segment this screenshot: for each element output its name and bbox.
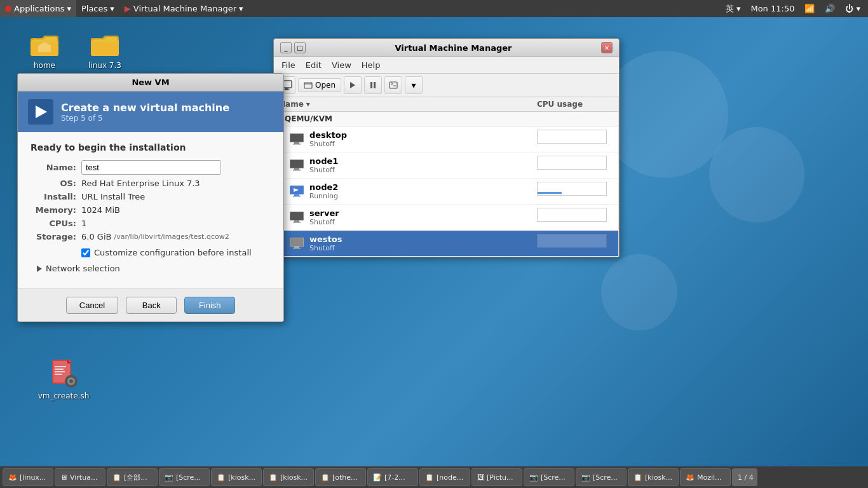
cpu-bar-desktop xyxy=(537,130,607,144)
vmm-window: _ □ Virtual Machine Manager ✕ File Edit … xyxy=(273,38,620,257)
vm-item-node2[interactable]: node2 Running xyxy=(274,179,618,205)
os-label: OS: xyxy=(31,179,81,188)
svg-rect-19 xyxy=(370,82,372,88)
gnome-icon xyxy=(5,6,11,12)
svg-marker-13 xyxy=(36,105,47,118)
vm-monitor-icon-node1 xyxy=(289,159,304,172)
name-input[interactable] xyxy=(81,160,221,175)
places-menu[interactable]: Places ▾ xyxy=(76,0,119,17)
taskbar-item-all[interactable]: 📋 [全部... xyxy=(107,468,158,486)
name-label: Name: xyxy=(31,163,81,172)
newvm-title: New VM xyxy=(132,78,169,87)
desktop-icon-home[interactable]: home xyxy=(19,25,70,72)
svg-rect-24 xyxy=(294,142,299,144)
applications-arrow: ▾ xyxy=(67,4,71,13)
play-icon xyxy=(31,102,51,122)
vm-item-desktop[interactable]: desktop Shutoff xyxy=(274,126,618,152)
svg-rect-25 xyxy=(293,144,301,145)
finish-button[interactable]: Finish xyxy=(184,297,235,314)
vm-status-desktop: Shutoff xyxy=(309,140,537,148)
close-button[interactable]: ✕ xyxy=(601,42,613,53)
taskbar-icon-kiosk2: 📋 xyxy=(269,473,278,482)
storage-path: /var/lib/libvirt/images/test.qcow2 xyxy=(114,233,229,241)
col-cpu[interactable]: CPU usage xyxy=(537,100,613,109)
taskbar-item-pictu[interactable]: 🖼 [Pictu... xyxy=(471,468,522,486)
menu-view[interactable]: View xyxy=(327,58,356,72)
taskbar-icon-all: 📋 xyxy=(112,473,121,482)
vm-item-node1[interactable]: node1 Shutoff xyxy=(274,152,618,179)
vmm-close-buttons: ✕ xyxy=(601,42,613,53)
col-name[interactable]: Name ▾ xyxy=(279,100,537,109)
locale-indicator[interactable]: 英 ▾ xyxy=(723,3,743,15)
panel-left: Applications ▾ Places ▾ ▶ Virtual Machin… xyxy=(0,0,248,17)
run-button[interactable] xyxy=(344,76,362,94)
back-button[interactable]: Back xyxy=(126,297,177,314)
vm-status-westos: Shutoff xyxy=(309,244,537,252)
vmm-icon: ▶ xyxy=(125,4,131,13)
vm-cpu-node1 xyxy=(537,156,613,175)
taskbar-label-kiosk2: [kiosk... xyxy=(280,473,308,482)
vm-info-node1: node1 Shutoff xyxy=(309,156,537,174)
taskbar-page-indicator[interactable]: 1 / 4 xyxy=(732,468,757,486)
taskbar-item-othe[interactable]: 📋 [othe... xyxy=(315,468,366,486)
vm-item-server[interactable]: server Shutoff xyxy=(274,205,618,231)
sound-icon[interactable]: 🔊 xyxy=(822,4,837,13)
open-button[interactable]: Open xyxy=(298,78,341,92)
pause-button[interactable] xyxy=(364,76,382,94)
vmm-menu: File Edit View Help xyxy=(274,57,619,74)
vmm-list: Name ▾ CPU usage ▾ QEMU/KVM xyxy=(274,97,619,257)
svg-rect-40 xyxy=(290,238,303,246)
taskbar-item-node[interactable]: 📋 [node... xyxy=(419,468,470,486)
top-panel: Applications ▾ Places ▾ ▶ Virtual Machin… xyxy=(0,0,868,17)
taskbar-item-scre3[interactable]: 📷 [Scre... xyxy=(576,468,627,486)
svg-rect-9 xyxy=(55,374,62,375)
taskbar-item-scre2[interactable]: 📷 [Scre... xyxy=(524,468,574,486)
svg-rect-17 xyxy=(304,83,312,88)
cpus-value: 1 xyxy=(81,219,86,228)
minimize-button[interactable]: _ xyxy=(280,42,292,53)
svg-rect-16 xyxy=(283,90,290,90)
taskbar-item-seven[interactable]: 📝 [7-2... xyxy=(367,468,418,486)
taskbar-item-kiosk3[interactable]: 📋 [kiosk... xyxy=(628,468,679,486)
desktop-icon-linux73[interactable]: linux 7.3 xyxy=(79,25,130,72)
os-field: OS: Red Hat Enterprise Linux 7.3 xyxy=(31,179,271,188)
power-menu[interactable]: ⏻ ▾ xyxy=(843,4,863,13)
desktop-icon-vm-create[interactable]: vm_create.sh xyxy=(38,356,89,403)
taskbar-item-mozil[interactable]: 🦊 Mozil... xyxy=(680,468,731,486)
console-button[interactable] xyxy=(384,76,402,94)
menu-edit[interactable]: Edit xyxy=(301,58,327,72)
taskbar-item-virtua[interactable]: 🖥 Virtua... xyxy=(55,468,105,486)
script-file-icon xyxy=(48,358,79,389)
vm-info-desktop: desktop Shutoff xyxy=(309,130,537,148)
menu-help[interactable]: Help xyxy=(356,58,386,72)
taskbar-item-scre1[interactable]: 📷 [Scre... xyxy=(159,468,210,486)
taskbar-item-kiosk2[interactable]: 📋 [kiosk... xyxy=(263,468,314,486)
taskbar-label-pictu: [Pictu... xyxy=(487,473,513,482)
customize-checkbox[interactable] xyxy=(81,248,90,257)
applications-menu[interactable]: Applications ▾ xyxy=(0,0,76,17)
clock[interactable]: Mon 11:50 xyxy=(748,4,797,13)
name-field: Name: xyxy=(31,160,271,175)
svg-rect-20 xyxy=(374,82,376,88)
vmm-title: Virtual Machine Manager xyxy=(306,43,601,53)
taskbar-label-firefox: [linux... xyxy=(20,473,46,482)
cancel-button[interactable]: Cancel xyxy=(66,297,118,314)
menu-file[interactable]: File xyxy=(276,58,301,72)
maximize-button[interactable]: □ xyxy=(294,42,306,53)
page-indicator-label: 1 / 4 xyxy=(738,473,754,482)
taskbar-icon-scre2: 📷 xyxy=(529,473,538,482)
qemu-kvm-group[interactable]: ▾ QEMU/KVM xyxy=(274,112,618,126)
taskbar-item-kiosk1[interactable]: 📋 [kiosk... xyxy=(211,468,262,486)
taskbar-label-mozil: Mozil... xyxy=(697,473,722,482)
dropdown-button[interactable]: ▾ xyxy=(405,76,423,94)
taskbar-label-scre2: [Scre... xyxy=(541,473,566,482)
taskbar-icon-firefox: 🦊 xyxy=(8,473,17,482)
vmm-win-buttons: _ □ xyxy=(280,42,306,53)
network-section[interactable]: Network selection xyxy=(37,264,271,273)
vm-item-westos[interactable]: westos Shutoff xyxy=(274,231,618,257)
network-icon[interactable]: 📶 xyxy=(802,4,817,13)
cpus-label: CPUs: xyxy=(31,219,81,228)
taskbar-item-firefox[interactable]: 🦊 [linux... xyxy=(3,468,53,486)
vm-status-server: Shutoff xyxy=(309,218,537,226)
vmm-panel-btn[interactable]: ▶ Virtual Machine Manager ▾ xyxy=(119,0,248,17)
